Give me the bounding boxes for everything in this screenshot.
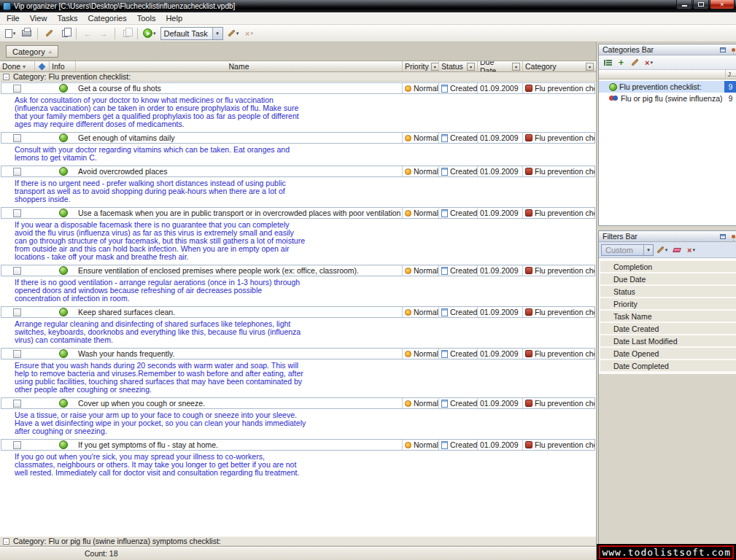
done-checkbox[interactable] (13, 134, 21, 142)
menu-categories[interactable]: Categories (83, 13, 132, 23)
done-checkbox[interactable] (13, 168, 21, 176)
column-label: Done (2, 62, 20, 71)
column-header-status[interactable]: Status▾ (439, 61, 478, 71)
task-row[interactable]: Avoid overcrowded places Normal Created … (1, 166, 595, 177)
menu-help[interactable]: Help (160, 13, 187, 23)
done-checkbox[interactable] (13, 350, 21, 358)
column-header-done[interactable]: Done▾ (0, 61, 35, 71)
delete-task-button[interactable]: ×▾ (242, 26, 257, 41)
task-name[interactable]: Avoid overcrowded places (77, 167, 402, 176)
filter-dropdown-icon[interactable]: ▾ (512, 63, 520, 71)
filter-row[interactable]: Priority ▾ (600, 298, 736, 309)
task-row[interactable]: If you get symptoms of flu - stay at hom… (1, 439, 595, 451)
filter-label: Date Opened (613, 349, 659, 358)
forward-button[interactable]: → (96, 26, 111, 41)
filter-row[interactable]: Completion ▾ (600, 261, 736, 272)
menu-tasks[interactable]: Tasks (52, 13, 82, 23)
filter-row[interactable]: Status ▾ (600, 286, 736, 297)
category-item[interactable]: Flu or pig flu (swine influenza) 9 9 (599, 93, 736, 104)
collapse-icon[interactable]: - (3, 538, 9, 545)
clear-filter-button[interactable] (670, 244, 683, 256)
group-header-swine-flu[interactable]: - Category: Flu or pig flu (swine influe… (0, 537, 596, 546)
back-button[interactable]: ← (80, 26, 95, 41)
filter-dropdown-icon[interactable]: ▾ (586, 63, 594, 71)
done-checkbox[interactable] (13, 267, 21, 275)
print-button[interactable] (19, 26, 34, 41)
task-row[interactable]: Keep shared surfaces clean. Normal Creat… (1, 306, 595, 318)
duplicate-button[interactable] (58, 26, 72, 41)
edit-task-button[interactable]: ▾ (226, 26, 241, 41)
done-checkbox[interactable] (13, 209, 21, 217)
column-header-info[interactable]: Info (50, 61, 76, 71)
task-row[interactable]: Get enough of vitamins daily Normal Crea… (1, 132, 595, 144)
close-button[interactable]: × (710, 0, 735, 9)
column-header-name[interactable]: Name (76, 61, 403, 71)
minimize-button[interactable] (676, 0, 692, 9)
filter-dropdown-icon[interactable]: ▾ (431, 63, 439, 71)
task-status: Created (450, 133, 477, 142)
menu-file[interactable]: File (1, 13, 25, 23)
group-header-flu-prevention[interactable]: - Category: Flu prevention checklist: (0, 72, 596, 82)
menu-tools[interactable]: Tools (132, 13, 161, 23)
delete-category-button[interactable]: ×▾ (643, 56, 655, 69)
panel-window-button[interactable] (718, 232, 728, 241)
task-name[interactable]: Wash your hands frequently. (77, 349, 402, 358)
done-checkbox[interactable] (13, 400, 21, 408)
edit-filter-button[interactable]: ▾ (656, 244, 668, 256)
edit-icon (656, 246, 664, 254)
tree-view-button[interactable] (601, 56, 613, 69)
sync-button[interactable]: ▾ (142, 26, 158, 41)
panel-window-button[interactable] (718, 45, 728, 55)
column-header-icon[interactable] (35, 61, 50, 71)
task-name[interactable]: Get enough of vitamins daily (77, 133, 402, 142)
column-label: Status (441, 62, 463, 71)
filter-row[interactable]: Date Opened ▾ (600, 348, 736, 359)
category-icon (525, 400, 532, 407)
filter-label: Completion (613, 262, 652, 271)
task-name[interactable]: Cover up when you cough or sneeze. (77, 399, 402, 408)
filter-dropdown-icon[interactable]: ▾ (467, 63, 475, 71)
maximize-button[interactable] (693, 0, 709, 9)
group-by-category-tab[interactable]: Category ▵ (6, 45, 58, 58)
column-header-priority[interactable]: Priority▾ (403, 61, 439, 71)
task-row[interactable]: Cover up when you cough or sneeze. Norma… (1, 397, 595, 409)
panel-pin-button[interactable] (728, 232, 736, 241)
filter-row[interactable]: Task Name ▾ (600, 311, 736, 322)
task-row[interactable]: Ensure ventilation of enclosed premises … (1, 265, 595, 276)
task-category: Flu prevention checklist: (535, 84, 594, 93)
filter-row[interactable]: Due Date ▾ (600, 273, 736, 284)
panel-pin-button[interactable] (728, 45, 736, 55)
filter-row[interactable]: Date Last Modified ▾ (600, 335, 736, 346)
notes-icon (59, 349, 68, 358)
done-checkbox[interactable] (13, 441, 21, 449)
task-row[interactable]: Wash your hands frequently. Normal Creat… (1, 348, 595, 359)
task-name[interactable]: Get a course of flu shots (77, 84, 402, 93)
filter-row[interactable]: Date Created ▾ (600, 323, 736, 334)
new-task-button[interactable]: ▾ (3, 26, 18, 41)
task-name[interactable]: Use a facemask when you are in public tr… (77, 209, 402, 217)
done-checkbox[interactable] (13, 308, 21, 316)
count-column-1[interactable]: J... (725, 70, 736, 79)
filter-preset-combo[interactable]: Custom ▾ (601, 244, 654, 256)
filter-row[interactable]: Date Completed ▾ (600, 360, 736, 371)
edit-category-button[interactable] (629, 56, 641, 69)
task-name[interactable]: Keep shared surfaces clean. (77, 308, 402, 316)
task-name[interactable]: Ensure ventilation of enclosed premises … (77, 266, 402, 275)
column-header-category[interactable]: Category▾ (523, 61, 596, 71)
indent-button[interactable] (119, 26, 133, 41)
collapse-icon[interactable]: - (3, 74, 9, 80)
column-label: Info (52, 62, 65, 71)
task-row[interactable]: Get a course of flu shots Normal Created… (1, 82, 595, 94)
task-row[interactable]: Use a facemask when you are in public tr… (1, 207, 595, 219)
add-category-button[interactable]: + (615, 56, 627, 69)
edit-button[interactable] (42, 26, 56, 41)
column-header-due-date[interactable]: Due Date▾ (478, 61, 523, 71)
default-task-combo[interactable]: Default Task ▾ (160, 27, 223, 40)
category-item[interactable]: Flu prevention checklist: 9 9 (599, 81, 736, 93)
priority-icon (405, 168, 411, 175)
task-name[interactable]: If you get symptoms of flu - stay at hom… (77, 440, 402, 449)
menu-view[interactable]: View (25, 13, 53, 23)
pin-icon (732, 235, 735, 238)
delete-filter-button[interactable]: ×▾ (685, 244, 697, 256)
done-checkbox[interactable] (13, 85, 21, 93)
